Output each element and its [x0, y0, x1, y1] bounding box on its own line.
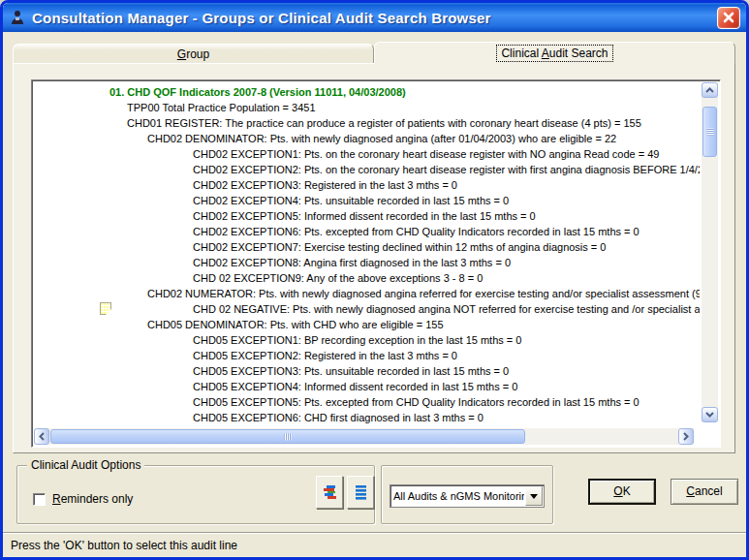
chevron-up-icon	[705, 87, 714, 93]
audit-line-text: CHD01 REGISTER: The practice can produce…	[127, 117, 641, 129]
list-view-button[interactable]	[347, 476, 374, 509]
audit-line[interactable]: CHD05 EXCEPTION3: Pts. unsuitable record…	[34, 363, 700, 379]
audit-line[interactable]: CHD02 NUMERATOR: Pts. with newly diagnos…	[34, 286, 700, 301]
audit-line[interactable]: CHD02 EXCEPTION5: Informed dissent recor…	[34, 208, 700, 224]
audit-line[interactable]: CHD 02 EXCEPTION9: Any of the above exce…	[34, 270, 700, 286]
status-bar: Press the 'OK' button to select this aud…	[3, 532, 746, 557]
chevron-left-icon	[39, 432, 45, 441]
audit-line-text: 01. CHD QOF Indicators 2007-8 (Version 1…	[109, 86, 406, 98]
scroll-down-button[interactable]	[702, 407, 718, 422]
chevron-down-icon	[705, 412, 714, 418]
audit-line-text: CHD02 EXCEPTION7: Exercise testing decli…	[193, 241, 606, 253]
audit-line-text: CHD02 EXCEPTION5: Informed dissent recor…	[193, 210, 536, 222]
thumb-grip	[706, 129, 713, 136]
audit-line[interactable]: CHD05 DENOMINATOR: Pts. with CHD who are…	[34, 317, 700, 332]
audit-line[interactable]: CHD05 EXCEPTION5: Pts. excepted from CHD…	[34, 394, 700, 410]
tab-group-label: Group	[173, 47, 213, 62]
scroll-left-button[interactable]	[34, 428, 49, 445]
tab-group[interactable]: Group	[13, 44, 374, 63]
audit-line[interactable]: TPP00 Total Practice Population = 3451	[34, 100, 700, 115]
audit-line[interactable]: CHD02 EXCEPTION4: Pts. unsuitable record…	[34, 193, 700, 208]
audit-line-text: CHD05 EXCEPTION5: Pts. excepted from CHD…	[193, 396, 640, 408]
audit-line-text: TPP00 Total Practice Population = 3451	[127, 102, 316, 113]
audit-line[interactable]: CHD05 EXCEPTION2: Registered in the last…	[34, 348, 700, 363]
audit-line-text: CHD 02 EXCEPTION9: Any of the above exce…	[193, 272, 483, 284]
chevron-down-icon	[530, 494, 538, 499]
scroll-up-button[interactable]	[702, 82, 718, 98]
close-button[interactable]	[717, 7, 740, 29]
dialog-window: Consultation Manager - Groups or Clinica…	[0, 0, 749, 560]
window-title: Consultation Manager - Groups or Clinica…	[32, 10, 717, 26]
audit-filter-group: All Audits & nGMS Monitoring	[381, 465, 553, 524]
audit-line-text: CHD02 NUMERATOR: Pts. with newly diagnos…	[147, 288, 700, 299]
audit-line[interactable]: CHD 02 NEGATIVE: Pts. with newly diagnos…	[34, 301, 700, 317]
audit-line-text: CHD02 EXCEPTION3: Registered in the last…	[193, 179, 457, 191]
audit-line[interactable]: CHD05 EXCEPTION1: BP recording exception…	[34, 332, 700, 348]
audit-listbox: 01. CHD QOF Indicators 2007-8 (Version 1…	[31, 79, 721, 448]
audit-line[interactable]: CHD05 EXCEPTION6: CHD first diagnosed in…	[34, 410, 700, 425]
audit-line[interactable]: CHD02 EXCEPTION7: Exercise testing decli…	[34, 239, 700, 255]
scroll-right-button[interactable]	[678, 428, 694, 445]
group-label: Clinical Audit Options	[27, 458, 144, 472]
reminders-only-checkbox[interactable]	[33, 493, 46, 506]
note-icon	[100, 302, 111, 315]
audit-line[interactable]: CHD02 EXCEPTION2: Pts. on the coronary h…	[34, 162, 700, 177]
audit-filter-dropdown[interactable]: All Audits & nGMS Monitoring	[390, 484, 545, 508]
audit-filter-value: All Audits & nGMS Monitoring	[390, 490, 524, 502]
audit-line-text: CHD02 EXCEPTION6: Pts. excepted from CHD…	[193, 226, 640, 237]
clinical-audit-options-group: Clinical Audit Options Reminders only	[16, 465, 375, 524]
horizontal-scroll-thumb[interactable]	[50, 429, 525, 444]
horizontal-scrollbar[interactable]	[34, 428, 694, 445]
audit-line[interactable]: CHD02 EXCEPTION8: Angina first diagnosed…	[34, 255, 700, 270]
audit-line-text: CHD 02 NEGATIVE: Pts. with newly diagnos…	[193, 303, 700, 315]
hierarchy-view-icon	[322, 484, 338, 501]
audit-line-text: CHD05 DENOMINATOR: Pts. with CHD who are…	[147, 319, 444, 330]
audit-line-text: CHD02 EXCEPTION2: Pts. on the coronary h…	[193, 164, 700, 175]
hierarchy-view-button[interactable]	[316, 476, 343, 509]
reminders-only-label: Reminders only	[52, 492, 133, 506]
audit-line-text: CHD05 EXCEPTION2: Registered in the last…	[193, 350, 457, 361]
audit-line[interactable]: CHD02 EXCEPTION6: Pts. excepted from CHD…	[34, 224, 700, 239]
audit-line[interactable]: CHD05 EXCEPTION4: Informed dissent recor…	[34, 379, 700, 394]
tab-clinical-audit-search[interactable]: Clinical Audit Search	[374, 42, 735, 64]
dropdown-button[interactable]	[525, 486, 543, 506]
chevron-right-icon	[683, 432, 689, 441]
audit-line-text: CHD05 EXCEPTION4: Informed dissent recor…	[193, 381, 517, 392]
close-icon	[723, 12, 734, 23]
reminders-only-option[interactable]: Reminders only	[33, 492, 133, 506]
list-view-icon	[353, 484, 369, 501]
audit-line-text: CHD02 DENOMINATOR: Pts. with newly diagn…	[147, 133, 616, 144]
audit-line[interactable]: 01. CHD QOF Indicators 2007-8 (Version 1…	[34, 84, 700, 100]
audit-line-text: CHD02 EXCEPTION8: Angina first diagnosed…	[193, 257, 511, 268]
audit-line-text: CHD05 EXCEPTION1: BP recording exception…	[193, 334, 521, 346]
cancel-button[interactable]: Cancel	[671, 479, 738, 505]
audit-line[interactable]: CHD02 DENOMINATOR: Pts. with newly diagn…	[34, 131, 700, 146]
audit-line-text: CHD05 EXCEPTION3: Pts. unsuitable record…	[193, 365, 509, 377]
audit-line-text: CHD02 EXCEPTION4: Pts. unsuitable record…	[193, 195, 509, 206]
audit-list: 01. CHD QOF Indicators 2007-8 (Version 1…	[34, 84, 700, 425]
ok-button[interactable]: OK	[588, 479, 656, 505]
audit-line-text: CHD05 EXCEPTION6: CHD first diagnosed in…	[193, 412, 484, 423]
audit-line[interactable]: CHD02 EXCEPTION1: Pts. on the coronary h…	[34, 146, 700, 162]
vertical-scrollbar[interactable]	[702, 82, 718, 422]
vertical-scroll-thumb[interactable]	[702, 107, 717, 157]
tab-page: 01. CHD QOF Indicators 2007-8 (Version 1…	[13, 63, 735, 453]
thumb-grip	[285, 433, 292, 440]
audit-line-text: CHD02 EXCEPTION1: Pts. on the coronary h…	[193, 148, 660, 160]
titlebar: Consultation Manager - Groups or Clinica…	[3, 3, 746, 32]
app-icon	[9, 9, 26, 26]
audit-line[interactable]: CHD01 REGISTER: The practice can produce…	[34, 115, 700, 131]
status-message: Press the 'OK' button to select this aud…	[11, 539, 237, 552]
tab-clinical-audit-search-label: Clinical Audit Search	[497, 46, 611, 61]
audit-line[interactable]: CHD02 EXCEPTION3: Registered in the last…	[34, 177, 700, 193]
